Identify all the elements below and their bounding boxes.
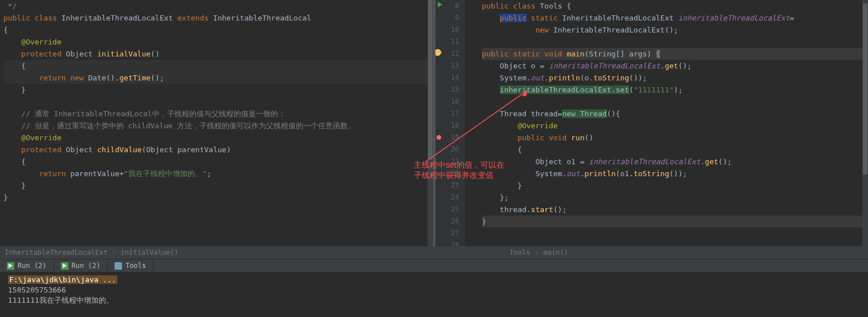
code-line[interactable]: }	[3, 192, 433, 204]
line-number[interactable]: 13	[435, 60, 459, 72]
line-number[interactable]: 19	[435, 132, 459, 144]
console-line: 1505205753666	[8, 286, 66, 294]
line-number[interactable]: 23	[435, 180, 459, 192]
breadcrumb-right[interactable]: Tools › main()	[453, 246, 868, 259]
code-line[interactable]: protected Object childValue(Object paren…	[3, 144, 433, 156]
tool-tab[interactable]: Run (2)	[0, 259, 54, 272]
run-tab-icon	[7, 262, 14, 270]
code-line[interactable]: {	[3, 24, 433, 36]
code-line[interactable]: @Override	[3, 132, 433, 144]
line-number[interactable]: 14	[435, 72, 459, 84]
tool-window-tabs[interactable]: Run (2)Run (2)Tools	[0, 259, 868, 273]
tab-label: Tools	[125, 259, 146, 273]
breadcrumb-method[interactable]: initialValue()	[121, 246, 178, 259]
code-line[interactable]: }	[482, 216, 869, 227]
line-number[interactable]: 8	[435, 0, 459, 12]
code-line[interactable]: // 但是，通过重写这个类中的 childValue 方法，子线程的值可以作为父…	[3, 120, 433, 132]
editor-right[interactable]: 8910111213141516171819202122232425262728…	[435, 0, 869, 246]
code-line[interactable]: return new Date().getTime();	[3, 72, 433, 84]
breadcrumb-left[interactable]: InheritableThreadLocalExt › initialValue…	[5, 246, 453, 259]
lightbulb-icon[interactable]	[435, 49, 441, 56]
code-line[interactable]	[3, 96, 433, 108]
override-icon[interactable]	[437, 135, 441, 140]
code-area-right[interactable]: public class Tools { public static Inher…	[465, 0, 869, 246]
code-line[interactable]: System.out.println(o.toString());	[482, 72, 869, 84]
scrollbar-left[interactable]	[427, 0, 433, 246]
console-line: 1111111我在子线程中增加的。	[8, 296, 113, 304]
line-number[interactable]: 22	[435, 168, 459, 180]
code-line[interactable]: new InheritableThreadLocalExt();	[482, 24, 869, 36]
code-line[interactable]: Object o1 = inheritableThreadLocalExt.ge…	[482, 156, 869, 168]
line-number[interactable]: 12	[435, 48, 459, 60]
workspace: */public class InheritableThreadLocalExt…	[0, 0, 868, 246]
code-line[interactable]: };	[482, 192, 869, 204]
code-line[interactable]: }	[3, 84, 433, 96]
line-number[interactable]: 9	[435, 12, 459, 24]
line-number[interactable]: 24	[435, 192, 459, 204]
code-line[interactable]: */	[3, 0, 433, 12]
code-line[interactable]: public class InheritableThreadLocalExt e…	[3, 12, 433, 24]
line-number[interactable]: 18	[435, 120, 459, 132]
code-line[interactable]: public static InheritableThreadLocalExt …	[482, 12, 869, 24]
tool-tab[interactable]: Run (2)	[54, 259, 108, 272]
code-line[interactable]: @Override	[482, 120, 869, 132]
code-area-left[interactable]: */public class InheritableThreadLocalExt…	[0, 0, 433, 204]
code-line[interactable]: protected Object initialValue()	[3, 48, 433, 60]
code-line[interactable]: }	[3, 180, 433, 192]
code-line[interactable]: @Override	[3, 36, 433, 48]
breadcrumb-separator-icon: ›	[535, 246, 539, 259]
code-line[interactable]	[482, 227, 869, 239]
code-line[interactable]: thread.start();	[482, 204, 869, 216]
breadcrumb-class[interactable]: Tools	[510, 246, 530, 259]
code-line[interactable]: {	[3, 156, 433, 168]
tab-label: Run (2)	[72, 259, 101, 273]
code-line[interactable]: System.out.println(o1.toString());	[482, 168, 869, 180]
code-line[interactable]	[482, 36, 869, 48]
tool-tab[interactable]: Tools	[108, 259, 153, 272]
code-line[interactable]	[482, 96, 869, 108]
breadcrumb-class[interactable]: InheritableThreadLocalExt	[5, 246, 108, 259]
breadcrumb-separator-icon: ›	[112, 246, 116, 259]
editor-left[interactable]: */public class InheritableThreadLocalExt…	[0, 0, 435, 246]
scrollbar-right[interactable]	[862, 0, 868, 246]
breadcrumb-method[interactable]: main()	[543, 246, 568, 259]
code-line[interactable]: public class Tools {	[482, 0, 869, 12]
code-line[interactable]: Object o = inheritableThreadLocalExt.get…	[482, 60, 869, 72]
line-number[interactable]: 17	[435, 108, 459, 120]
line-number[interactable]: 28	[435, 239, 459, 246]
run-tab-icon	[61, 262, 68, 270]
tab-label: Run (2)	[18, 259, 47, 273]
code-line[interactable]: inheritableThreadLocalExt.set("1111111")…	[482, 84, 869, 96]
line-number[interactable]: 15	[435, 84, 459, 96]
run-icon[interactable]	[438, 2, 442, 7]
line-number[interactable]: 16	[435, 96, 459, 108]
console-cmd: F:\java\jdk\bin\java ...	[8, 275, 117, 284]
gutter-right[interactable]: 8910111213141516171819202122232425262728	[435, 0, 465, 246]
line-number[interactable]: 10	[435, 24, 459, 36]
code-line[interactable]	[482, 239, 869, 246]
line-number[interactable]: 21	[435, 156, 459, 168]
code-line[interactable]: return parentValue+"我在子线程中增加的。";	[3, 168, 433, 180]
tool-tab-icon	[115, 262, 122, 270]
console-output[interactable]: F:\java\jdk\bin\java ... 1505205753666 1…	[0, 273, 868, 316]
line-number[interactable]: 20	[435, 144, 459, 156]
code-line[interactable]: Thread thread=new Thread(){	[482, 108, 869, 120]
code-line[interactable]: // 通常 InheritableThreadLocal中，子线程的值与父线程的…	[3, 108, 433, 120]
code-line[interactable]: {	[482, 144, 869, 156]
code-line[interactable]: }	[482, 180, 869, 192]
line-number[interactable]: 25	[435, 204, 459, 216]
line-number[interactable]: 11	[435, 36, 459, 48]
line-number[interactable]: 27	[435, 227, 459, 239]
code-line[interactable]: public void run()	[482, 132, 869, 144]
code-line[interactable]: {	[3, 60, 433, 72]
code-line[interactable]: public static void main(String[] args) {	[482, 48, 869, 60]
breadcrumb-bar: InheritableThreadLocalExt › initialValue…	[0, 246, 868, 259]
line-number[interactable]: 26	[435, 216, 459, 227]
